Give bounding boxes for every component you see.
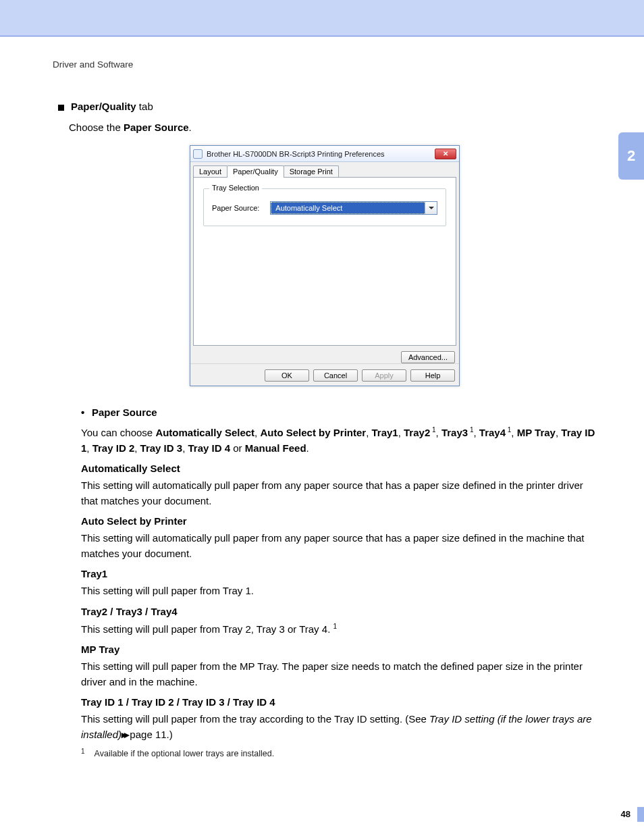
printer-icon [193, 149, 203, 159]
dialog-footer: OK Cancel Apply Help [190, 363, 459, 386]
heading-suffix: tab [136, 101, 153, 112]
auto-printer-heading: Auto Select by Printer [81, 515, 597, 527]
see-arrows-icon: ▸▸ [122, 729, 127, 740]
tray234-heading: Tray2 / Tray3 / Tray4 [81, 606, 597, 617]
dialog-title: Brother HL-S7000DN BR-Script3 Printing P… [207, 150, 431, 158]
footnote-num: 1 [81, 748, 85, 757]
tray1-heading: Tray1 [81, 568, 597, 579]
top-band [0, 0, 644, 36]
breadcrumb: Driver and Software [53, 59, 597, 70]
square-bullet-icon [58, 105, 64, 111]
tab-layout[interactable]: Layout [193, 165, 227, 178]
group-legend: Tray Selection [209, 184, 262, 192]
chevron-down-icon[interactable] [425, 202, 437, 214]
footnote-text: Available if the optional lower trays ar… [95, 749, 275, 758]
page-number-tab [637, 807, 644, 822]
close-icon[interactable]: ✕ [435, 149, 456, 159]
advanced-button[interactable]: Advanced... [401, 351, 455, 363]
paper-source-block: Paper Source You can choose Automaticall… [81, 407, 597, 758]
page-body: Driver and Software Paper/Quality tab Ch… [0, 36, 644, 758]
auto-select-desc: This setting will automatically pull pap… [81, 478, 597, 509]
tab-panel: Tray Selection Paper Source: Automatical… [193, 177, 456, 346]
heading-paper-quality: Paper/Quality tab [58, 101, 597, 112]
page-number: 48 [621, 809, 630, 819]
footnote: 1 Available if the optional lower trays … [81, 749, 597, 758]
paper-source-value: Automatically Select [271, 202, 425, 214]
tray234-desc: This setting will pull paper from Tray 2… [81, 621, 597, 637]
paper-source-intro: You can choose Automatically Select, Aut… [81, 425, 597, 456]
ok-button[interactable]: OK [265, 369, 309, 382]
auto-select-heading: Automatically Select [81, 463, 597, 474]
tab-storage-print[interactable]: Storage Print [284, 165, 339, 178]
mp-tray-desc: This setting will pull paper from the MP… [81, 659, 597, 689]
help-button[interactable]: Help [410, 369, 455, 382]
tray-id-heading: Tray ID 1 / Tray ID 2 / Tray ID 3 / Tray… [81, 696, 597, 708]
tray1-desc: This setting will pull paper from Tray 1… [81, 583, 597, 599]
paper-source-label: Paper Source: [212, 204, 259, 212]
tray-selection-group: Tray Selection Paper Source: Automatical… [203, 188, 446, 226]
apply-button[interactable]: Apply [362, 369, 406, 382]
paper-source-heading: Paper Source [81, 407, 597, 418]
dialog-tabs: Layout Paper/Quality Storage Print [193, 165, 456, 178]
auto-printer-desc: This setting will automatically pull pap… [81, 531, 597, 561]
printing-preferences-dialog: Brother HL-S7000DN BR-Script3 Printing P… [190, 145, 460, 386]
paper-source-select[interactable]: Automatically Select [270, 201, 437, 215]
tray-id-desc: This setting will pull paper from the tr… [81, 712, 597, 742]
choose-line: Choose the Paper Source. [69, 122, 597, 133]
mp-tray-heading: MP Tray [81, 644, 597, 655]
dialog-titlebar: Brother HL-S7000DN BR-Script3 Printing P… [190, 146, 459, 162]
tab-paper-quality[interactable]: Paper/Quality [227, 165, 284, 178]
cancel-button[interactable]: Cancel [313, 369, 358, 382]
heading-bold: Paper/Quality [71, 101, 136, 112]
